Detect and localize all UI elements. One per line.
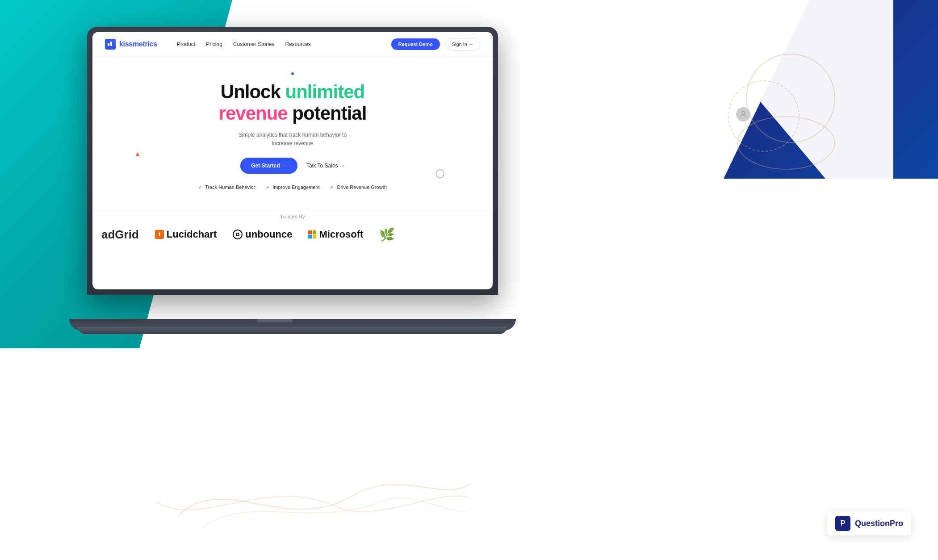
logo-lucidchart: Lucidchart xyxy=(155,229,217,240)
get-started-button[interactable]: Get Started → xyxy=(240,158,297,174)
questionpro-icon-letter: P xyxy=(841,519,846,527)
hero-title-revenue: revenue xyxy=(219,103,288,124)
hero-title-unlock: Unlock xyxy=(221,81,285,102)
nav-product[interactable]: Product xyxy=(177,41,195,47)
microsoft-text: Microsoft xyxy=(319,229,363,240)
logo-adgrid: adGrid xyxy=(101,228,139,242)
feature-revenue-label: Drive Revenue Growth xyxy=(337,184,386,190)
logo-partial-brand: 🌿 xyxy=(379,227,395,242)
sign-in-button[interactable]: Sign In → xyxy=(445,38,480,50)
logo-microsoft: Microsoft xyxy=(308,229,363,240)
laptop-base-bottom xyxy=(78,327,507,334)
adgrid-text: adGrid xyxy=(101,228,139,242)
svg-point-0 xyxy=(742,111,745,114)
hero-title-potential: potential xyxy=(288,103,367,124)
hero-title: Unlock unlimited revenue potential xyxy=(105,81,480,125)
trusted-logos: adGrid Lucidchart xyxy=(92,227,493,242)
questionpro-label: QuestionPro xyxy=(855,519,903,528)
hero-subtitle: Simple analytics that track human behavi… xyxy=(230,131,355,148)
check-icon-2: ✓ xyxy=(266,184,270,190)
site-navbar: kissmetrics Product Pricing Customer Sto… xyxy=(92,32,493,56)
hero-dot xyxy=(291,72,294,75)
nav-resources[interactable]: Resources xyxy=(285,41,311,47)
trusted-section: Trusted By adGrid Lucidchart xyxy=(92,210,493,251)
request-demo-button[interactable]: Request Demo xyxy=(391,38,440,50)
laptop-body: kissmetrics Product Pricing Customer Sto… xyxy=(87,27,498,295)
check-icon-3: ✓ xyxy=(330,184,334,190)
decorative-circles xyxy=(724,54,858,232)
talk-to-sales-button[interactable]: Talk To Sales → xyxy=(306,163,345,169)
ms-square-2 xyxy=(313,230,317,234)
bottom-swirl xyxy=(156,448,469,538)
hero-features: ✓ Track Human Behavior ✓ Improve Engagem… xyxy=(105,184,480,190)
svg-rect-2 xyxy=(110,42,112,46)
partial-brand-icon: 🌿 xyxy=(379,227,395,242)
trusted-title: Trusted By xyxy=(92,214,493,219)
deco-triangle xyxy=(135,152,140,156)
lucidchart-text: Lucidchart xyxy=(167,229,217,240)
laptop-hinge xyxy=(257,319,293,322)
feature-engage-label: Improve Engagement xyxy=(272,184,319,190)
feature-track: ✓ Track Human Behavior xyxy=(198,184,255,190)
hero-title-unlimited: unlimited xyxy=(285,81,365,102)
deco-circle-3 xyxy=(737,116,835,170)
avatar-icon xyxy=(736,107,750,121)
site-logo-text: kissmetrics xyxy=(119,40,157,48)
hero-buttons: Get Started → Talk To Sales → xyxy=(105,158,480,174)
nav-links: Product Pricing Customer Stories Resourc… xyxy=(177,41,377,47)
laptop-container: kissmetrics Product Pricing Customer Sto… xyxy=(87,27,498,330)
feature-engage: ✓ Improve Engagement xyxy=(266,184,319,190)
unbounce-icon xyxy=(233,230,243,239)
feature-revenue: ✓ Drive Revenue Growth xyxy=(330,184,386,190)
nav-pricing[interactable]: Pricing xyxy=(206,41,222,47)
laptop-screen: kissmetrics Product Pricing Customer Sto… xyxy=(92,32,493,289)
lucidchart-icon xyxy=(155,230,164,239)
site-logo: kissmetrics xyxy=(105,39,157,50)
microsoft-icon xyxy=(308,230,316,238)
questionpro-logo-box: P xyxy=(835,516,850,531)
ms-square-1 xyxy=(308,230,312,234)
svg-rect-1 xyxy=(108,43,109,46)
nav-customer-stories[interactable]: Customer Stories xyxy=(233,41,275,47)
check-icon-1: ✓ xyxy=(198,184,202,190)
kissmetrics-logo-icon xyxy=(105,39,116,50)
hero-section: Unlock unlimited revenue potential Simpl… xyxy=(92,56,493,210)
questionpro-badge: P QuestionPro xyxy=(827,511,911,535)
nav-actions: Request Demo Sign In → xyxy=(391,38,480,50)
unbounce-text: unbounce xyxy=(245,229,292,240)
logo-unbounce: unbounce xyxy=(233,229,292,240)
ms-square-3 xyxy=(308,235,312,239)
deco-circle-button xyxy=(436,169,444,178)
feature-track-label: Track Human Behavior xyxy=(205,184,255,190)
ms-square-4 xyxy=(313,235,317,239)
